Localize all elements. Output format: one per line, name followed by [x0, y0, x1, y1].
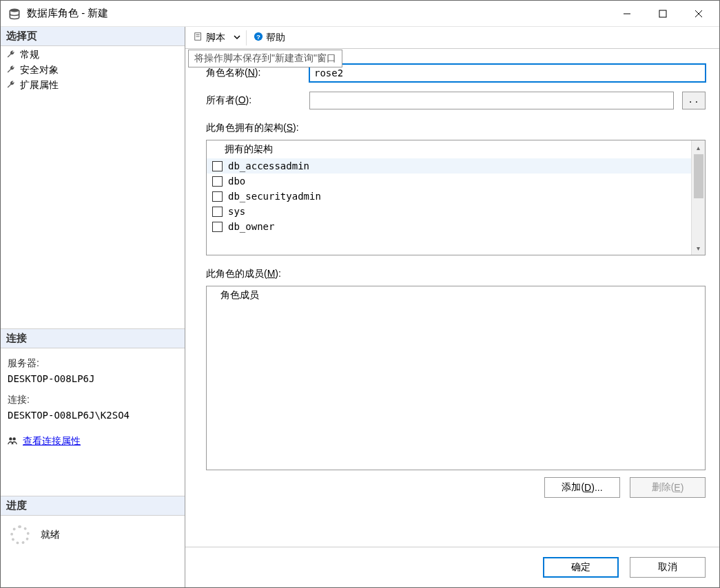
server-label: 服务器: [8, 355, 178, 370]
form-content: 角色名称(N): 所有者(O): .. 此角色拥有的架构(S): 拥有 [185, 49, 719, 547]
owner-browse-button[interactable]: .. [682, 92, 706, 109]
database-icon [8, 7, 21, 21]
add-button[interactable]: 添加(D)... [544, 477, 620, 498]
spinner-icon [10, 525, 30, 545]
scroll-up-icon[interactable]: ▴ [692, 140, 705, 154]
checkbox[interactable] [212, 161, 223, 171]
schemas-listbox: 拥有的架构 db_accessadmin dbo db_securityadmi… [206, 140, 706, 255]
schema-name: db_owner [228, 221, 274, 232]
progress-box: 就绪 [1, 516, 185, 546]
connection-label: 连接: [8, 392, 178, 407]
scrollbar[interactable]: ▴ ▾ [691, 140, 705, 255]
window-title: 数据库角色 - 新建 [27, 7, 609, 20]
schema-row[interactable]: dbo [207, 174, 691, 189]
sidebar-item-securables[interactable]: 安全对象 [1, 63, 185, 78]
owner-input[interactable] [309, 92, 674, 109]
checkbox[interactable] [212, 207, 223, 217]
schema-name: db_accessadmin [228, 160, 309, 171]
schema-row[interactable]: db_owner [207, 219, 691, 234]
help-button[interactable]: ? 帮助 [249, 30, 289, 45]
owner-label: 所有者(O): [206, 94, 309, 107]
close-button[interactable] [681, 3, 717, 25]
minimize-button[interactable] [609, 3, 645, 25]
script-dropdown[interactable] [231, 31, 243, 44]
connection-header: 连接 [1, 328, 185, 348]
members-column-header: 角色成员 [207, 286, 705, 304]
schema-row[interactable]: sys [207, 204, 691, 219]
members-section-label: 此角色的成员(M): [206, 268, 706, 280]
checkbox[interactable] [212, 222, 223, 232]
schema-name: dbo [228, 176, 245, 187]
maximize-button[interactable] [645, 3, 681, 25]
script-label: 脚本 [206, 32, 225, 44]
svg-point-6 [12, 437, 15, 440]
connection-info: 服务器: DESKTOP-O08LP6J 连接: DESKTOP-O08LP6J… [1, 348, 185, 428]
checkbox[interactable] [212, 191, 223, 202]
schema-name: db_securityadmin [228, 191, 321, 202]
sidebar: 选择页 常规 安全对象 扩展属性 连接 服务器: DESKTOP-O08LP6J [1, 27, 185, 587]
toolbar: 脚本 ? 帮助 [185, 27, 719, 49]
role-name-input[interactable] [309, 64, 706, 82]
select-page-header: 选择页 [1, 27, 185, 46]
cancel-button[interactable]: 取消 [630, 557, 706, 578]
role-name-label: 角色名称(N): [206, 67, 309, 79]
script-button[interactable]: 脚本 [189, 30, 229, 45]
members-listbox: 角色成员 [206, 286, 706, 470]
svg-rect-2 [659, 10, 666, 17]
chevron-down-icon [234, 34, 240, 41]
view-connection-row: 查看连接属性 [1, 428, 185, 454]
sidebar-item-extended[interactable]: 扩展属性 [1, 78, 185, 93]
scroll-down-icon[interactable]: ▾ [692, 241, 705, 255]
sidebar-item-general[interactable]: 常规 [1, 48, 185, 63]
help-label: 帮助 [266, 32, 285, 44]
svg-point-5 [9, 437, 12, 440]
schema-row[interactable]: db_securityadmin [207, 189, 691, 204]
help-icon: ? [254, 32, 263, 43]
sidebar-item-label: 安全对象 [20, 64, 59, 76]
dialog-window: 数据库角色 - 新建 选择页 常规 安全对象 扩展属性 [0, 0, 720, 588]
schema-name: sys [228, 206, 245, 217]
progress-status: 就绪 [41, 529, 60, 541]
ok-button[interactable]: 确定 [543, 557, 619, 578]
titlebar: 数据库角色 - 新建 [1, 1, 719, 27]
sidebar-item-label: 扩展属性 [20, 79, 59, 92]
wrench-icon [6, 65, 16, 76]
dialog-footer: 确定 取消 [185, 547, 719, 587]
wrench-icon [6, 80, 16, 92]
people-icon [8, 436, 17, 448]
remove-button: 删除(E) [630, 477, 706, 498]
schema-row[interactable]: db_accessadmin [207, 158, 691, 174]
view-connection-props-link[interactable]: 查看连接属性 [23, 435, 81, 448]
script-icon [194, 32, 203, 43]
svg-text:?: ? [256, 33, 260, 41]
separator [246, 30, 247, 45]
progress-header: 进度 [1, 496, 185, 516]
checkbox[interactable] [212, 176, 223, 187]
connection-value: DESKTOP-O08LP6J\K2SO4 [8, 408, 178, 423]
main-panel: 脚本 ? 帮助 将操作脚本保存到"新建查询"窗口 角色名称(N): [185, 27, 719, 587]
script-tooltip: 将操作脚本保存到"新建查询"窗口 [188, 50, 342, 67]
schemas-column-header: 拥有的架构 [207, 140, 691, 158]
sidebar-item-label: 常规 [20, 49, 39, 61]
server-value: DESKTOP-O08LP6J [8, 371, 178, 386]
svg-point-0 [10, 8, 19, 12]
scroll-thumb[interactable] [694, 154, 703, 198]
page-list: 常规 安全对象 扩展属性 [1, 46, 185, 328]
wrench-icon [6, 50, 16, 61]
schemas-section-label: 此角色拥有的架构(S): [206, 122, 706, 134]
